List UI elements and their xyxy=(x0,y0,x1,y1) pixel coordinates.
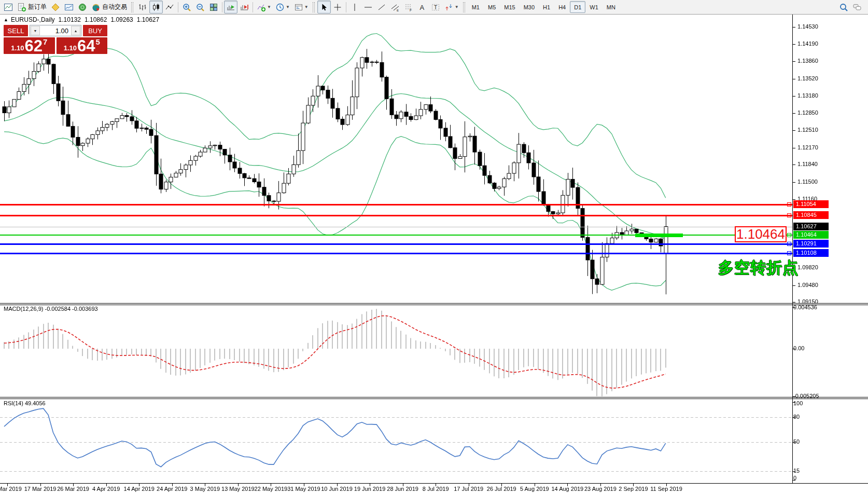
line-chart-button[interactable] xyxy=(163,1,176,13)
auto-scroll-icon xyxy=(226,3,235,12)
label-button[interactable]: T xyxy=(429,1,442,13)
new-order-button-label: 新订单 xyxy=(28,3,47,11)
chevron-down-icon: ▼ xyxy=(304,5,309,9)
date-tick-label: 14 Aug 2019 xyxy=(551,486,583,492)
periods-button[interactable]: ▼ xyxy=(273,1,292,13)
date-tick-label: 22 May 2019 xyxy=(255,486,288,492)
hline-button[interactable] xyxy=(361,1,375,13)
indicators-button[interactable]: ▼ xyxy=(255,1,273,13)
auto-scroll-button[interactable] xyxy=(224,1,237,13)
timeframe-button-w1[interactable]: W1 xyxy=(585,1,603,13)
svg-text:T: T xyxy=(434,4,437,10)
channel-icon: E xyxy=(390,3,400,12)
date-tick-label: 3 May 2019 xyxy=(190,486,220,492)
crosshair-button[interactable] xyxy=(331,1,344,13)
price-tick-label: 1.12510 xyxy=(797,127,818,133)
zoom-in-button[interactable] xyxy=(180,1,193,13)
svg-text:A: A xyxy=(419,3,424,11)
collapse-triangle-icon[interactable]: ▲ xyxy=(4,17,8,22)
volume-input[interactable] xyxy=(40,25,71,36)
chat-button[interactable] xyxy=(850,1,864,13)
shapes-button[interactable]: ▼ xyxy=(442,1,461,13)
cursor-button[interactable] xyxy=(317,1,331,13)
timeframe-button-d1[interactable]: D1 xyxy=(570,1,585,13)
price-tick-label: 1.12850 xyxy=(797,109,818,116)
date-tick-label: 14 Apr 2019 xyxy=(124,486,155,492)
date-tick-label: 19 Jun 2019 xyxy=(354,486,386,492)
date-tick-label: 26 Mar 2019 xyxy=(57,486,89,492)
volume-increase-button[interactable]: ▲ xyxy=(71,26,80,35)
price-tick-label: 1.14190 xyxy=(797,40,818,47)
candlestick-button[interactable] xyxy=(149,1,163,13)
chart-header: ▲ EURUSD-,Daily 1.10132 1.10862 1.09263 … xyxy=(4,16,159,23)
toolbar-drag-handle xyxy=(131,2,133,12)
chat-icon xyxy=(852,3,862,12)
buy-price-main: 64 xyxy=(77,39,95,53)
templates-button[interactable]: ▼ xyxy=(292,1,311,13)
toolbar-separator xyxy=(253,2,253,12)
rsi-tick-label: 100 xyxy=(793,400,803,406)
date-tick-label: 11 Sep 2019 xyxy=(650,486,682,492)
mt4-window: 新订单自动交易▼▼▼EFAT▼M1M5M15M30H1H4D1W1MN ▲ EU… xyxy=(0,0,868,494)
turning-point-label[interactable]: 多空转折点 xyxy=(718,257,799,279)
timeframe-button-h1[interactable]: H1 xyxy=(539,1,554,13)
rsi-tick-label: 50 xyxy=(793,438,800,445)
search-icon xyxy=(839,3,848,12)
price-tick-label: 1.13180 xyxy=(797,92,818,99)
zoom-in-icon xyxy=(182,3,191,12)
tile-icon xyxy=(209,3,218,12)
price-tick-label: 1.09480 xyxy=(797,282,818,288)
chart-shift-button[interactable] xyxy=(237,1,251,13)
chevron-down-icon: ▼ xyxy=(267,5,271,9)
timeframe-button-m30[interactable]: M30 xyxy=(520,1,539,13)
text-label-icon: T xyxy=(431,3,440,12)
toolbar-drag-handle xyxy=(463,2,465,12)
date-tick-label: 10 Jun 2019 xyxy=(321,486,353,492)
sell-button[interactable]: SELL xyxy=(4,25,28,36)
timeframe-button-h4[interactable]: H4 xyxy=(554,1,570,13)
timeframe-button-m5[interactable]: M5 xyxy=(484,1,500,13)
signals-button[interactable] xyxy=(76,1,89,13)
sell-price-button[interactable]: 1.10 62 7 xyxy=(4,37,55,54)
search-button[interactable] xyxy=(837,1,850,13)
text-a-icon: A xyxy=(417,3,427,12)
ohlc-open: 1.10132 xyxy=(59,16,81,23)
buy-price-prefix: 1.10 xyxy=(64,44,77,52)
hline-price-badge: 1.10464 xyxy=(793,231,829,239)
vline-button[interactable] xyxy=(348,1,361,13)
channel-button[interactable]: E xyxy=(388,1,402,13)
sell-price-main: 62 xyxy=(24,39,42,53)
buy-price-button[interactable]: 1.10 64 5 xyxy=(57,37,108,54)
market-watch-button[interactable] xyxy=(49,1,62,13)
rsi-indicator-label: RSI(14) 49.4056 xyxy=(4,400,46,406)
timeframe-button-mn[interactable]: MN xyxy=(603,1,620,13)
autotrading-button[interactable]: 自动交易 xyxy=(89,1,129,13)
toolbar-separator xyxy=(346,2,346,12)
price-level-annotation[interactable]: 1.10464 xyxy=(735,226,787,242)
bar-chart-button[interactable] xyxy=(136,1,149,13)
window-menu[interactable] xyxy=(2,1,15,13)
blue-chart-icon xyxy=(64,3,74,12)
timeframe-button-m15[interactable]: M15 xyxy=(500,1,519,13)
date-tick-label: 7 Mar 2019 xyxy=(0,486,22,492)
bar-chart-icon xyxy=(138,3,147,12)
trendline-button[interactable] xyxy=(375,1,388,13)
zoom-out-button[interactable] xyxy=(193,1,207,13)
new-order-button[interactable]: 新订单 xyxy=(15,1,49,13)
buy-button[interactable]: BUY xyxy=(83,25,107,36)
price-chart-canvas[interactable] xyxy=(0,15,868,494)
fibonacci-button[interactable]: F xyxy=(402,1,415,13)
timeframe-button-m1[interactable]: M1 xyxy=(468,1,484,13)
cursor-icon xyxy=(319,3,329,12)
text-button[interactable]: A xyxy=(415,1,429,13)
macd-tick-label: 0.004536 xyxy=(793,304,817,310)
volume-decrease-button[interactable]: ▼ xyxy=(31,26,40,35)
charts-button[interactable] xyxy=(62,1,76,13)
sell-price-pip: 7 xyxy=(43,37,47,46)
toolbar-separator xyxy=(222,2,222,12)
chart-shift-icon xyxy=(240,3,249,12)
tile-windows-button[interactable] xyxy=(207,1,220,13)
window-icon xyxy=(4,3,13,12)
date-tick-label: 26 Jul 2019 xyxy=(487,486,516,492)
toolbar: 新订单自动交易▼▼▼EFAT▼M1M5M15M30H1H4D1W1MN xyxy=(0,0,868,15)
